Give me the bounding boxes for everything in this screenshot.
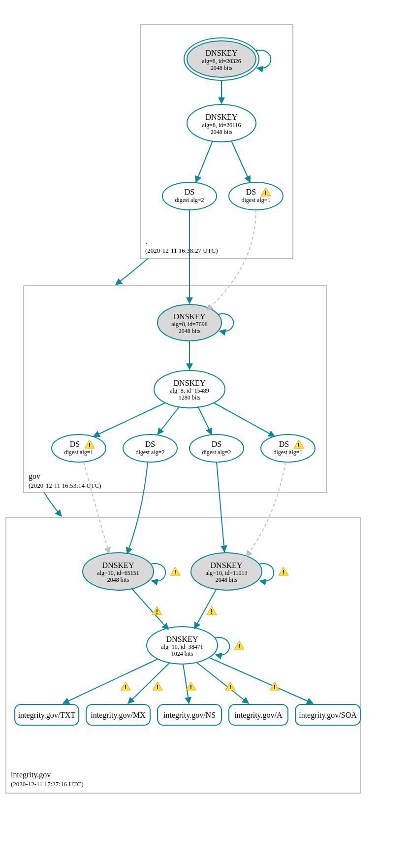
node-gov-zsk: DNSKEY alg=8, id=15489 1280 bits [154, 370, 225, 408]
zone-integrity-timestamp: (2020-12-11 17:27:16 UTC) [11, 780, 84, 788]
edge-intksk1-intzsk [132, 589, 168, 630]
warning-icon [121, 682, 130, 691]
svg-text:DNSKEY: DNSKEY [211, 561, 243, 569]
edge-govzsk-ds1 [94, 403, 165, 436]
svg-text:DNSKEY: DNSKEY [102, 561, 134, 569]
svg-point-24 [52, 434, 106, 462]
node-int-ksk1: DNSKEY alg=10, id=65151 2048 bits [83, 553, 154, 590]
svg-text:alg=8, id=20326: alg=8, id=20326 [202, 58, 241, 65]
zone-root-label: . [145, 237, 147, 245]
svg-text:2048 bits: 2048 bits [211, 65, 233, 71]
edge-intzsk-ns [183, 664, 189, 703]
zone-root-timestamp: (2020-12-11 16:38:27 UTC) [145, 247, 218, 254]
selfloop-root-ksk [256, 50, 271, 68]
edge-govds4-intksk2 [246, 462, 285, 557]
rr-mx: integrity.gov/MX [86, 704, 150, 725]
svg-point-30 [189, 434, 244, 462]
svg-text:2048 bits: 2048 bits [211, 129, 233, 135]
node-root-ksk: DNSKEY alg=8, id=20326 2048 bits [184, 38, 259, 80]
svg-text:DS: DS [185, 188, 194, 196]
node-gov-ksk: DNSKEY alg=8, id=7698 2048 bits [158, 304, 221, 341]
edge-intzsk-a [197, 663, 249, 703]
zone-integrity-label: integrity.gov [11, 770, 51, 779]
edge-intzsk-txt [63, 659, 158, 703]
svg-text:1024 bits: 1024 bits [171, 650, 193, 657]
edge-govds1-intksk1 [84, 462, 109, 554]
svg-text:alg=8, id=7698: alg=8, id=7698 [171, 321, 208, 328]
svg-point-10 [162, 182, 217, 210]
edge-intzsk-soa [209, 658, 313, 703]
svg-text:integrity.gov/NS: integrity.gov/NS [163, 711, 216, 720]
svg-text:digest alg=2: digest alg=2 [175, 197, 204, 203]
edge-govds2-intksk1 [127, 462, 148, 554]
edge-rootzsk-ds1 [196, 141, 213, 182]
node-root-zsk: DNSKEY alg=8, id=26116 2048 bits [187, 104, 256, 142]
edge-intzsk-mx [128, 663, 170, 703]
node-gov-ds4: DS digest alg=1 [261, 434, 315, 462]
svg-text:1280 bits: 1280 bits [179, 394, 201, 401]
node-gov-ds1: DS digest alg=1 [52, 434, 106, 462]
edge-govzsk-ds2 [158, 406, 180, 434]
svg-text:DS: DS [145, 440, 155, 448]
rr-txt: integrity.gov/TXT [15, 704, 79, 725]
edge-rootds2-govksk [207, 210, 256, 310]
svg-text:DNSKEY: DNSKEY [206, 113, 238, 121]
svg-text:alg=8, id=26116: alg=8, id=26116 [202, 122, 241, 129]
svg-text:digest alg=1: digest alg=1 [241, 197, 270, 203]
svg-text:DS: DS [246, 188, 256, 196]
svg-text:DNSKEY: DNSKEY [206, 49, 238, 57]
node-root-ds1: DS digest alg=2 [162, 182, 217, 210]
rr-ns: integrity.gov/NS [158, 704, 221, 725]
svg-text:digest alg=2: digest alg=2 [135, 449, 164, 456]
svg-text:DNSKEY: DNSKEY [174, 379, 206, 387]
svg-text:digest alg=2: digest alg=2 [202, 449, 231, 456]
svg-point-27 [123, 434, 177, 462]
svg-text:integrity.gov/A: integrity.gov/A [234, 711, 283, 720]
delegation-gov-to-integrity [44, 493, 62, 516]
svg-point-13 [229, 182, 283, 210]
svg-text:DS: DS [212, 440, 221, 448]
svg-text:DNSKEY: DNSKEY [166, 635, 198, 643]
svg-text:DNSKEY: DNSKEY [174, 312, 206, 321]
svg-text:2048 bits: 2048 bits [216, 576, 238, 583]
svg-text:2048 bits: 2048 bits [179, 328, 201, 334]
node-gov-ds2: DS digest alg=2 [123, 434, 177, 462]
svg-text:alg=10, id=38471: alg=10, id=38471 [161, 643, 203, 650]
warning-icon [234, 641, 244, 650]
svg-text:2048 bits: 2048 bits [107, 576, 129, 583]
svg-text:alg=10, id=65151: alg=10, id=65151 [97, 569, 139, 576]
svg-text:DS: DS [70, 440, 80, 448]
node-int-ksk2: DNSKEY alg=10, id=11913 2048 bits [191, 553, 262, 590]
edge-govzsk-ds3 [198, 406, 212, 434]
svg-text:alg=8, id=15489: alg=8, id=15489 [170, 387, 209, 394]
svg-point-33 [261, 434, 315, 462]
svg-text:integrity.gov/MX: integrity.gov/MX [91, 711, 146, 720]
dnssec-diagram: ! . (2020-12-11 16:38:27 UTC) gov (2020-… [0, 0, 410, 868]
warning-icon [153, 682, 162, 691]
edge-govzsk-ds4 [214, 403, 275, 436]
warning-icon [152, 606, 162, 615]
zone-gov-label: gov [29, 472, 40, 481]
svg-text:alg=10, id=11913: alg=10, id=11913 [205, 569, 247, 576]
delegation-root-to-gov [116, 259, 148, 285]
edge-rootzsk-ds2 [231, 141, 250, 182]
svg-text:integrity.gov/SOA: integrity.gov/SOA [299, 711, 357, 720]
warning-icon [207, 606, 217, 615]
svg-text:digest alg=1: digest alg=1 [273, 449, 302, 456]
warning-icon [270, 682, 280, 691]
rr-soa: integrity.gov/SOA [295, 704, 360, 725]
edge-govds3-intksk2 [217, 462, 224, 552]
warning-icon [279, 567, 288, 576]
node-gov-ds3: DS digest alg=2 [189, 434, 244, 462]
node-root-ds2: DS digest alg=1 [229, 182, 283, 210]
warning-icon [170, 567, 180, 576]
warning-icon [186, 682, 196, 691]
svg-text:integrity.gov/TXT: integrity.gov/TXT [18, 711, 76, 720]
svg-text:DS: DS [279, 440, 289, 448]
edge-intksk2-intzsk [194, 589, 217, 629]
rr-a: integrity.gov/A [229, 704, 288, 725]
svg-text:digest alg=1: digest alg=1 [64, 449, 93, 456]
node-int-zsk: DNSKEY alg=10, id=38471 1024 bits [147, 627, 218, 664]
